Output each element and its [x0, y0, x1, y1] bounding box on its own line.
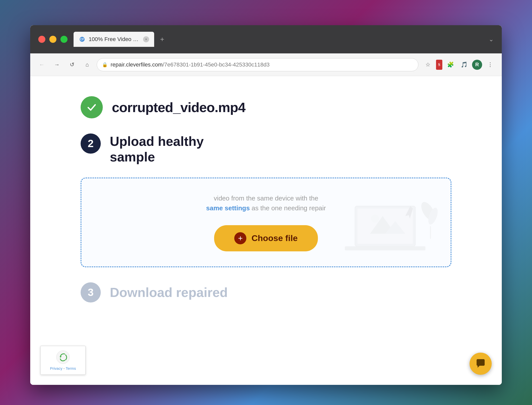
step3-number-badge: 3: [81, 282, 101, 302]
recaptcha-privacy-terms: Privacy - Terms: [50, 366, 76, 370]
url-text: repair.cleverfiles.com/7e678301-1b91-45e…: [111, 61, 270, 68]
traffic-lights: [38, 36, 68, 43]
step2-number-badge: 2: [81, 133, 101, 154]
svg-point-7: [371, 215, 379, 223]
success-check-icon: [81, 96, 103, 118]
watermark-illustration: [340, 191, 441, 261]
new-tab-button[interactable]: +: [156, 33, 168, 45]
media-controls-icon[interactable]: 🎵: [458, 59, 470, 70]
tab-area: CF 100% Free Video Repair Tool × +: [74, 32, 489, 47]
address-bar[interactable]: 🔒 repair.cleverfiles.com/7e678301-1b91-4…: [97, 58, 418, 71]
chat-bubble-icon: [475, 358, 486, 369]
security-lock-icon: 🔒: [102, 62, 108, 68]
maximize-window-button[interactable]: [60, 36, 68, 43]
upload-dropzone[interactable]: video from the same device with the same…: [81, 178, 451, 267]
active-tab[interactable]: CF 100% Free Video Repair Tool ×: [74, 32, 154, 47]
step2-title: Upload healthy sample: [110, 133, 204, 165]
tabs-chevron-icon[interactable]: ⌄: [489, 36, 494, 43]
seo-extension-badge[interactable]: S: [436, 60, 442, 70]
svg-point-12: [56, 351, 70, 364]
nav-bar: ← → ↺ ⌂ 🔒 repair.cleverfiles.com/7e67830…: [30, 53, 502, 76]
plus-icon: +: [234, 232, 246, 244]
dropzone-description: video from the same device with the same…: [206, 193, 326, 213]
step1-uploaded-row: corrupted_video.mp4: [81, 96, 451, 118]
close-tab-button[interactable]: ×: [143, 36, 149, 42]
svg-text:CF: CF: [80, 38, 84, 41]
tab-favicon-icon: CF: [79, 36, 86, 43]
content-area: corrupted_video.mp4 2 Upload healthy sam…: [30, 76, 502, 385]
step3-section: 3 Download repaired: [81, 282, 451, 302]
nav-actions: ☆ S 🧩 🎵 R ⋮: [422, 59, 496, 70]
chat-support-button[interactable]: [470, 353, 492, 375]
recaptcha-logo-icon: [56, 350, 70, 364]
uploaded-filename: corrupted_video.mp4: [112, 99, 245, 115]
tab-title: 100% Free Video Repair Tool: [89, 36, 139, 43]
forward-button[interactable]: →: [51, 59, 62, 70]
choose-file-button[interactable]: + Choose file: [214, 225, 318, 251]
recaptcha-widget: Privacy - Terms: [40, 346, 86, 375]
menu-dots-icon[interactable]: ⋮: [485, 59, 496, 70]
close-window-button[interactable]: [38, 36, 45, 43]
back-button[interactable]: ←: [36, 59, 47, 70]
svg-rect-4: [345, 246, 425, 250]
home-button[interactable]: ⌂: [82, 59, 93, 70]
browser-window: CF 100% Free Video Repair Tool × + ⌄ ← →…: [30, 25, 502, 385]
step3-title: Download repaired: [110, 285, 228, 300]
bookmark-star-icon[interactable]: ☆: [422, 59, 434, 70]
step2-header: 2 Upload healthy sample: [81, 133, 451, 165]
minimize-window-button[interactable]: [49, 36, 56, 43]
choose-file-label: Choose file: [251, 233, 297, 243]
title-bar: CF 100% Free Video Repair Tool × + ⌄: [30, 25, 502, 53]
reload-button[interactable]: ↺: [66, 59, 78, 70]
extensions-puzzle-icon[interactable]: 🧩: [445, 59, 456, 70]
profile-avatar[interactable]: R: [472, 60, 482, 70]
